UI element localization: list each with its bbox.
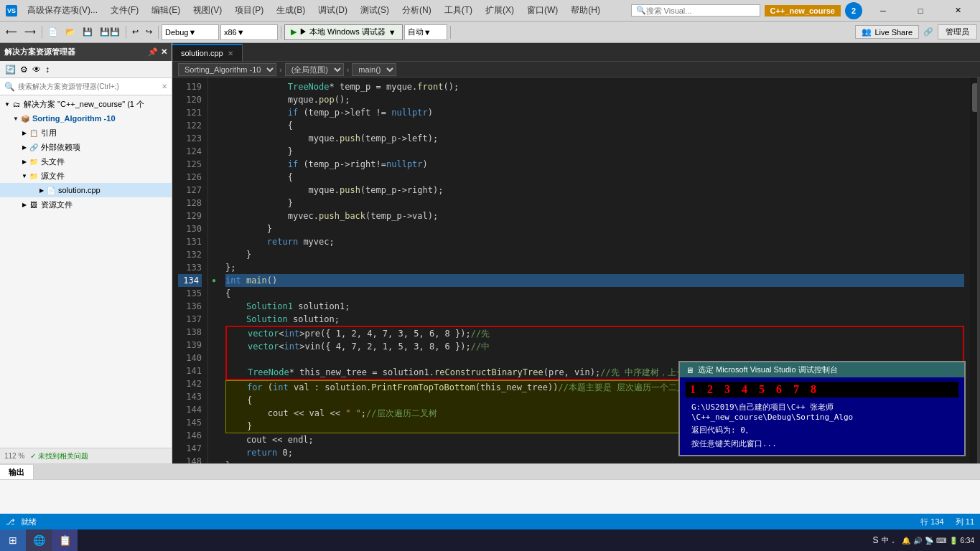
breadcrumb-scope-dropdown[interactable]: (全局范围) — [285, 63, 344, 76]
solution-row[interactable]: ▼ 🗂 解决方案 "C++_new_course" (1 个 — [0, 97, 172, 111]
close-panel-icon[interactable]: ✕ — [161, 47, 167, 57]
code-line-121: if (temp_p->left != nullptr) — [225, 106, 964, 119]
menu-help[interactable]: 帮助(H) — [565, 3, 606, 18]
menu-analyze[interactable]: 分析(N) — [396, 3, 437, 18]
project-icon: 📦 — [20, 113, 30, 123]
output-tab[interactable]: 输出 — [0, 465, 34, 479]
sep1 — [42, 26, 42, 39]
solution-explorer: 解决方案资源管理器 📌 ✕ 🔄 ⚙ 👁 ↕ 🔍 ✕ ▼ 🗂 解决方案 "C++_… — [0, 43, 172, 463]
start-button[interactable]: ⊞ — [0, 529, 26, 551]
code-line-127: myque.push(temp_p->right); — [225, 184, 964, 197]
col-indicator: 列 11 — [956, 517, 974, 527]
start-icon: ⊞ — [9, 534, 17, 546]
collapse-icon[interactable]: ↕ — [43, 65, 52, 75]
user-avatar[interactable]: 2 — [845, 2, 862, 19]
save-all-button[interactable]: 💾💾 — [97, 24, 123, 40]
ready-label: 就绪 — [21, 517, 37, 527]
auto-dropdown[interactable]: 自动 ▼ — [404, 24, 447, 40]
menu-file[interactable]: 高级保存选项(V)... — [22, 3, 103, 18]
new-file-button[interactable]: 📄 — [45, 24, 61, 40]
menu-edit[interactable]: 文件(F) — [105, 3, 144, 18]
taskbar-vs-icon[interactable]: 📋 — [52, 529, 78, 551]
source-expand-icon[interactable]: ▼ — [20, 171, 29, 180]
external-deps-row[interactable]: ▶ 🔗 外部依赖项 — [0, 140, 172, 154]
redo-button[interactable]: ↪ — [143, 24, 155, 40]
tray-icon2[interactable]: 🔊 — [913, 537, 922, 545]
open-file-button[interactable]: 📂 — [62, 24, 78, 40]
show-all-icon[interactable]: 👁 — [30, 65, 43, 75]
extdeps-expand-icon[interactable]: ▶ — [20, 143, 29, 151]
share-button[interactable]: 🔗 — [920, 24, 936, 40]
tray-icon5[interactable]: 🔋 — [949, 537, 958, 545]
maximize-button[interactable]: □ — [904, 0, 937, 22]
cpp-expand-icon[interactable]: ▶ — [37, 186, 46, 194]
solution-expand-icon[interactable]: ▼ — [3, 100, 11, 108]
menu-build[interactable]: 生成(B) — [271, 3, 311, 18]
tray-period-icon[interactable]: 。 — [892, 535, 899, 545]
close-button[interactable]: ✕ — [941, 0, 974, 22]
taskbar-browser-icon[interactable]: 🌐 — [26, 529, 52, 551]
gutter: ● — [208, 77, 220, 463]
menu-tools[interactable]: 工具(T) — [439, 3, 478, 18]
tab-close-button[interactable]: ✕ — [228, 50, 233, 57]
search-input[interactable] — [646, 6, 732, 15]
breadcrumb-func-dropdown[interactable]: main() — [352, 63, 396, 76]
debug-console-title: 🖥 选定 Microsoft Visual Studio 调试控制台 — [680, 362, 964, 377]
solution-icon: 🗂 — [11, 99, 22, 109]
breadcrumb-arrow2: › — [347, 65, 350, 74]
menu-view2[interactable]: 视图(V) — [187, 3, 228, 18]
run-button[interactable]: ▶ ▶ 本地 Windows 调试器 ▼ — [284, 24, 403, 40]
status-label: ✓ 未找到相关问题 — [30, 451, 88, 461]
sep2 — [126, 26, 126, 39]
sidebar-search-input[interactable] — [18, 83, 159, 90]
editor-tab-solution-cpp[interactable]: solution.cpp ✕ — [172, 44, 243, 61]
tray-icon4[interactable]: ⌨ — [936, 537, 946, 545]
tray-icon3[interactable]: 📡 — [925, 537, 933, 545]
row-indicator: 行 134 — [920, 517, 943, 527]
sidebar-footer: 112 % ✓ 未找到相关问题 — [0, 448, 172, 463]
code-line-136: Solution1 solution1; — [225, 300, 964, 313]
menu-ext[interactable]: 扩展(X) — [480, 3, 520, 18]
sidebar-search-box[interactable]: 🔍 ✕ — [0, 78, 172, 95]
search-clear-icon[interactable]: ✕ — [162, 83, 167, 90]
headers-expand-icon[interactable]: ▶ — [20, 157, 29, 166]
project-row[interactable]: ▼ 📦 Sorting_Algorithm -10 — [0, 111, 172, 126]
live-share-button[interactable]: 👥 Live Share — [855, 25, 919, 39]
menu-project[interactable]: 项目(P) — [229, 3, 269, 18]
sync-icon[interactable]: 🔄 — [3, 65, 18, 75]
tray-ime-icon[interactable]: 中 — [882, 535, 889, 545]
forward-button[interactable]: ⟶ — [22, 24, 39, 40]
editor-breadcrumb: Sorting_Algorithm -10 › (全局范围) › main() — [172, 62, 980, 77]
tray-icon1[interactable]: 🔔 — [902, 537, 910, 545]
tray-sougou-icon[interactable]: S — [873, 535, 879, 545]
taskbar: ⊞ 🌐 📋 S 中 。 🔔 🔊 📡 ⌨ 🔋 6:34 — [0, 529, 980, 551]
solution-cpp-row[interactable]: ▶ 📄 solution.cpp — [0, 183, 172, 197]
pin-icon[interactable]: 📌 — [148, 47, 158, 57]
ref-expand-icon[interactable]: ▶ — [20, 128, 29, 137]
project-expand-icon[interactable]: ▼ — [11, 114, 20, 123]
global-search[interactable]: 🔍 — [631, 4, 760, 17]
file-tree: ▼ 🗂 解决方案 "C++_new_course" (1 个 ▼ 📦 Sorti… — [0, 95, 172, 448]
headers-row[interactable]: ▶ 📁 头文件 — [0, 154, 172, 169]
res-expand-icon[interactable]: ▶ — [20, 200, 29, 209]
source-files-row[interactable]: ▼ 📁 源文件 — [0, 169, 172, 183]
save-button[interactable]: 💾 — [80, 24, 95, 40]
breadcrumb-file-dropdown[interactable]: Sorting_Algorithm -10 — [178, 63, 276, 76]
menu-view[interactable]: 编辑(E) — [146, 3, 186, 18]
admin-button[interactable]: 管理员 — [938, 24, 977, 39]
cpp-file-icon: 📄 — [46, 185, 56, 195]
resource-files-row[interactable]: ▶ 🖼 资源文件 — [0, 197, 172, 212]
project-badge: C++_new_course — [765, 5, 841, 17]
back-button[interactable]: ⟵ — [3, 24, 20, 40]
properties-icon[interactable]: ⚙ — [18, 65, 30, 75]
platform-dropdown[interactable]: x86 ▼ — [220, 24, 278, 40]
menu-window[interactable]: 窗口(W) — [521, 3, 564, 18]
code-line-131: return myvec; — [225, 235, 964, 248]
minimize-button[interactable]: ─ — [867, 0, 900, 22]
minimap-scrollbar[interactable] — [970, 77, 980, 463]
menu-test[interactable]: 测试(S) — [355, 3, 395, 18]
config-dropdown[interactable]: Debug ▼ — [162, 24, 219, 40]
undo-button[interactable]: ↩ — [129, 24, 141, 40]
menu-debug[interactable]: 调试(D) — [312, 3, 353, 18]
references-row[interactable]: ▶ 📋 引用 — [0, 126, 172, 140]
